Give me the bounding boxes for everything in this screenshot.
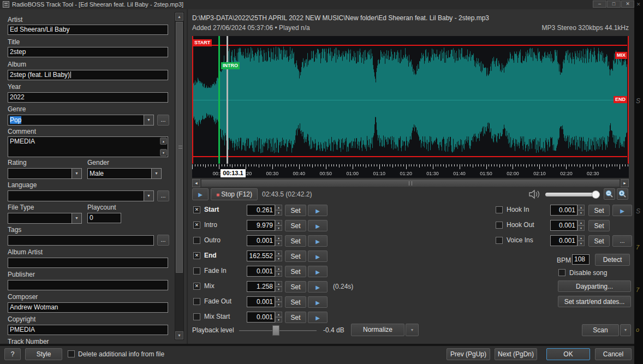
fade-out-checkbox[interactable] [193,298,200,305]
prev-button[interactable]: Prev (PgUp) [446,348,490,360]
comment-textarea[interactable]: PMEDIA ▲ ▼ [8,136,168,157]
hook-out-checkbox[interactable] [496,222,503,229]
mix-start-play-button[interactable]: ▶ [308,312,328,323]
publisher-input[interactable] [8,280,168,290]
waveform-scrollbar[interactable]: ◄ ► [192,179,629,187]
hook-out-set-button[interactable]: Set [588,220,610,231]
year-input[interactable]: 2022 [8,92,168,103]
artist-input[interactable]: Ed Sheeran/Lil Baby [8,25,168,35]
playback-level-thumb[interactable] [272,325,279,336]
voice-ins-set-button[interactable]: Set [588,235,610,247]
composer-input[interactable]: Andrew Wotman [8,302,168,313]
fade-in-set-button[interactable]: Set [285,266,306,277]
language-combo[interactable]: ▼ [8,190,154,201]
rating-combo[interactable]: ▼ [8,168,82,179]
start-spinner[interactable]: ▲▼ [275,205,282,216]
scrollbar-thumb[interactable] [201,179,620,187]
playcount-input[interactable]: 0 [87,213,121,223]
copyright-input[interactable]: PMEDIA [8,325,168,335]
start-play-button[interactable]: ▶ [308,205,328,216]
intro-spinner[interactable]: ▲▼ [275,220,282,231]
play-button[interactable]: ▶ [192,188,209,200]
fade-in-spinner[interactable]: ▲▼ [275,266,282,277]
language-more-button[interactable]: ... [157,190,169,201]
mix-set-button[interactable]: Set [285,281,306,293]
intro-value[interactable]: 9.979 [247,220,275,231]
detect-bpm-button[interactable]: Detect [595,254,630,266]
outro-spinner[interactable]: ▲▼ [275,235,282,246]
scan-dropdown-icon[interactable]: ▼ [620,324,631,336]
genre-more-button[interactable]: ... [157,115,169,126]
album-artist-input[interactable] [8,258,168,268]
end-spinner[interactable]: ▲▼ [275,250,282,261]
end-checkbox[interactable]: ✕ [193,252,200,259]
voice-ins-checkbox[interactable] [496,237,503,244]
outro-set-button[interactable]: Set [285,235,306,247]
bpm-input[interactable]: 108 [572,254,590,265]
minimize-button[interactable]: – [593,1,606,8]
file-type-combo[interactable]: ▼ [8,213,82,224]
mix-value[interactable]: 1.258 [247,281,275,292]
fade-out-spinner[interactable]: ▲▼ [275,296,282,307]
hook-out-spinner[interactable]: ▲▼ [577,220,585,231]
fade-in-checkbox[interactable] [193,267,200,275]
volume-slider-thumb[interactable] [592,190,600,199]
title-bar[interactable]: RadioBOSS Track Tool - [Ed Sheeran feat.… [0,0,634,9]
hook-in-play-button[interactable]: ▶ [612,205,632,216]
scan-button[interactable]: Scan [582,324,619,336]
mix-checkbox[interactable]: ✕ [193,283,200,290]
start-marker[interactable]: START [193,39,212,46]
end-value[interactable]: 162.552 [247,250,275,261]
hook-in-spinner[interactable]: ▲▼ [577,205,585,216]
cancel-button[interactable]: Cancel [595,348,632,360]
mix-start-value[interactable]: 0.001 [247,312,275,323]
normalize-dropdown-icon[interactable]: ▼ [406,324,419,336]
ok-button[interactable]: OK [546,348,590,360]
end-set-button[interactable]: Set [285,250,306,262]
chevron-down-icon[interactable]: ▼ [72,213,81,223]
hook-in-set-button[interactable]: Set [588,205,610,216]
scroll-down-icon[interactable]: ▼ [175,331,183,339]
end-marker[interactable]: END [614,96,627,103]
outro-checkbox[interactable] [193,237,200,244]
intro-set-button[interactable]: Set [285,220,306,231]
end-play-button[interactable]: ▶ [308,250,328,262]
album-input[interactable]: 2step (feat. Lil Baby) [8,70,168,80]
intro-checkbox[interactable]: ✕ [193,222,200,229]
start-set-button[interactable]: Set [285,205,306,216]
fade-in-value[interactable]: 0.001 [247,266,275,277]
scrollbar-thumb[interactable] [176,22,183,273]
chevron-down-icon[interactable]: ▼ [72,169,81,178]
chevron-down-icon[interactable]: ▼ [144,115,153,125]
mix-start-checkbox[interactable] [193,313,200,320]
normalize-button[interactable]: Normalize [351,324,404,336]
chevron-down-icon[interactable]: ▼ [151,169,161,178]
title-input[interactable]: 2step [8,47,168,57]
comment-scroll-up-icon[interactable]: ▲ [160,138,167,145]
chevron-down-icon[interactable]: ▼ [144,191,153,201]
start-checkbox[interactable]: ✕ [193,206,200,213]
mix-start-set-button[interactable]: Set [285,312,306,323]
next-button[interactable]: Next (PgDn) [495,348,537,360]
set-dates-button[interactable]: Set start/end dates... [558,296,631,307]
fade-out-set-button[interactable]: Set [285,296,306,308]
tags-panel-scrollbar[interactable]: ▲ ▼ [175,12,184,340]
comment-scroll-down-icon[interactable]: ▼ [160,149,167,156]
hook-in-checkbox[interactable] [496,206,503,213]
waveform-canvas[interactable] [192,36,629,164]
genre-combo[interactable]: Pop▼ [8,115,154,126]
voice-ins-value[interactable]: 0.001 [550,235,577,246]
voice-ins-spinner[interactable]: ▲▼ [577,235,585,246]
hook-out-value[interactable]: 0.001 [550,220,577,231]
scroll-right-icon[interactable]: ► [621,179,629,187]
intro-play-button[interactable]: ▶ [308,220,328,231]
zoom-out-button[interactable] [604,188,615,200]
intro-marker[interactable]: INTRO [221,62,240,69]
disable-song-checkbox[interactable] [558,269,565,276]
mix-marker[interactable]: MIX [615,52,627,59]
help-button[interactable]: ? [4,348,21,360]
outro-play-button[interactable]: ▶ [308,235,328,247]
stop-button[interactable]: ■ Stop (F12) [211,188,258,200]
zoom-in-button[interactable] [617,188,628,200]
mix-start-spinner[interactable]: ▲▼ [275,312,282,323]
